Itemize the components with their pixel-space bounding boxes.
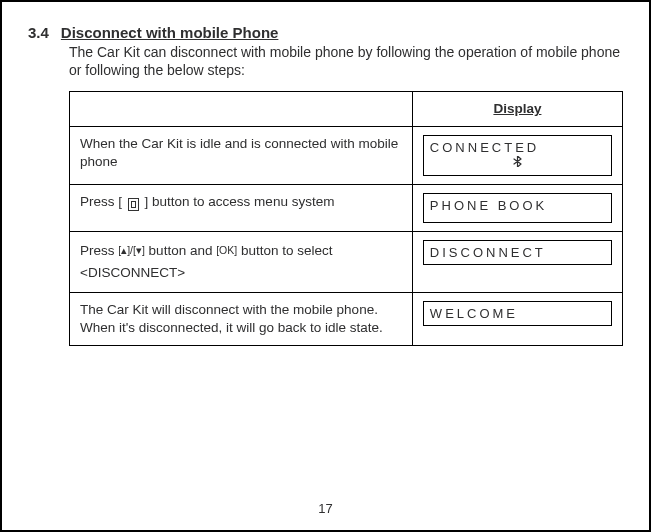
steps-table: Display When the Car Kit is idle and is … xyxy=(69,91,623,346)
step-description: Press [ ] button to access menu system xyxy=(70,185,413,232)
lcd-text: CONNECTED xyxy=(430,140,539,155)
bluetooth-icon xyxy=(430,156,605,171)
section-intro: The Car Kit can disconnect with mobile p… xyxy=(69,43,623,79)
display-cell: PHONE BOOK xyxy=(412,185,622,232)
ok-button-glyph: [OK] xyxy=(216,244,237,256)
display-cell: DISCONNECT xyxy=(412,232,622,293)
section-title: Disconnect with mobile Phone xyxy=(61,24,279,41)
display-cell: WELCOME xyxy=(412,293,622,346)
page-number: 17 xyxy=(2,501,649,516)
section-header-row: 3.4 Disconnect with mobile Phone xyxy=(28,24,623,41)
manual-page: 3.4 Disconnect with mobile Phone The Car… xyxy=(0,0,651,532)
step-text-pre: Press xyxy=(80,243,118,258)
lcd-display: WELCOME xyxy=(423,301,612,326)
table-header-row: Display xyxy=(70,92,623,127)
lcd-display: DISCONNECT xyxy=(423,240,612,265)
step-description: The Car Kit will disconnect with the mob… xyxy=(70,293,413,346)
step-text-mid: button and xyxy=(145,243,216,258)
lcd-text: WELCOME xyxy=(430,306,518,321)
step-text-pre: Press xyxy=(80,194,118,209)
lcd-display: CONNECTED xyxy=(423,135,612,176)
lcd-display: PHONE BOOK xyxy=(423,193,612,223)
section-number: 3.4 xyxy=(28,24,49,41)
table-row: Press [▴]/[▾] button and [OK] button to … xyxy=(70,232,623,293)
lcd-text: DISCONNECT xyxy=(430,245,546,260)
table-row: The Car Kit will disconnect with the mob… xyxy=(70,293,623,346)
table-row: When the Car Kit is idle and is connecte… xyxy=(70,127,623,185)
menu-button-glyph: [ ] xyxy=(118,193,148,211)
arrow-buttons-glyph: [▴]/[▾] xyxy=(118,244,145,256)
step-description: When the Car Kit is idle and is connecte… xyxy=(70,127,413,185)
step-text-post: button to access menu system xyxy=(152,194,334,209)
display-cell: CONNECTED xyxy=(412,127,622,185)
lcd-text: PHONE BOOK xyxy=(430,198,547,213)
menu-icon xyxy=(128,198,139,211)
table-row: Press [ ] button to access menu system P… xyxy=(70,185,623,232)
table-header-blank xyxy=(70,92,413,127)
step-description: Press [▴]/[▾] button and [OK] button to … xyxy=(70,232,413,293)
table-header-display: Display xyxy=(412,92,622,127)
